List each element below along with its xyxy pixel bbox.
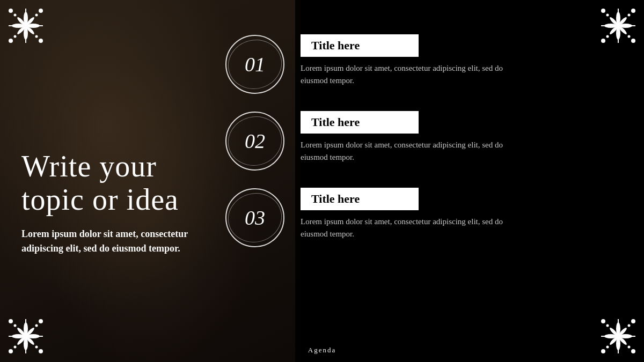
main-description: Lorem ipsum dolor sit amet, consectetur … — [21, 227, 225, 256]
circle-number-1: 01 — [225, 35, 284, 94]
item-row-2: 02 Title here Lorem ipsum dolor sit amet… — [225, 109, 633, 171]
svg-point-9 — [9, 9, 13, 13]
svg-point-14 — [35, 14, 38, 17]
svg-point-53 — [9, 349, 13, 353]
svg-point-79 — [628, 346, 631, 349]
item-text-2: Title here Lorem ipsum dolor sit amet, c… — [301, 109, 633, 163]
svg-point-16 — [35, 35, 38, 38]
corner-decoration-bottom-left — [4, 315, 47, 358]
svg-point-31 — [631, 9, 635, 13]
svg-point-56 — [35, 324, 38, 327]
item-title-1: Title here — [311, 39, 360, 52]
svg-point-75 — [631, 349, 635, 353]
item-row-3: 03 Title here Lorem ipsum dolor sit amet… — [225, 186, 633, 247]
corner-decoration-top-left — [4, 4, 47, 47]
svg-point-72 — [601, 319, 605, 323]
item-desc-1: Lorem ipsum dolor sit amet, consectetur … — [301, 62, 504, 86]
svg-point-77 — [628, 324, 631, 327]
item-row-1: 01 Title here Lorem ipsum dolor sit amet… — [225, 32, 633, 94]
svg-point-10 — [39, 9, 43, 13]
svg-point-51 — [9, 319, 13, 323]
svg-point-35 — [628, 14, 631, 17]
svg-point-57 — [14, 346, 17, 349]
item-title-3: Title here — [311, 192, 360, 205]
svg-point-12 — [39, 39, 43, 43]
number-3: 03 — [245, 206, 265, 230]
svg-point-58 — [35, 346, 38, 349]
item-title-2: Title here — [311, 115, 360, 129]
svg-point-36 — [606, 35, 609, 38]
number-1: 01 — [245, 53, 265, 76]
svg-point-73 — [631, 319, 635, 323]
svg-point-33 — [631, 39, 635, 43]
corner-decoration-bottom-right — [597, 315, 640, 358]
circle-number-3: 03 — [225, 188, 284, 247]
svg-point-13 — [14, 14, 17, 17]
footer-label: Agenda — [308, 346, 336, 354]
svg-point-37 — [628, 35, 631, 38]
svg-point-55 — [14, 324, 17, 327]
svg-point-76 — [606, 324, 609, 327]
items-container: 01 Title here Lorem ipsum dolor sit amet… — [225, 32, 633, 262]
svg-point-78 — [606, 346, 609, 349]
item-desc-3: Lorem ipsum dolor sit amet, consectetur … — [301, 216, 504, 240]
title-box-1: Title here — [301, 34, 419, 57]
number-2: 02 — [245, 129, 265, 153]
corner-decoration-top-right — [597, 4, 640, 47]
title-box-3: Title here — [301, 188, 419, 210]
svg-point-32 — [601, 39, 605, 43]
left-content: Write your topic or idea Lorem ipsum dol… — [21, 150, 225, 256]
title-box-2: Title here — [301, 111, 419, 134]
svg-point-11 — [9, 39, 13, 43]
item-text-3: Title here Lorem ipsum dolor sit amet, c… — [301, 186, 633, 240]
circle-number-2: 02 — [225, 112, 284, 171]
slide: Write your topic or idea Lorem ipsum dol… — [0, 0, 644, 362]
svg-point-30 — [601, 9, 605, 13]
main-title: Write your topic or idea — [21, 150, 225, 216]
svg-point-52 — [39, 319, 43, 323]
footer: Agenda — [308, 345, 336, 354]
svg-point-34 — [606, 14, 609, 17]
svg-point-74 — [601, 349, 605, 353]
svg-point-54 — [39, 349, 43, 353]
item-desc-2: Lorem ipsum dolor sit amet, consectetur … — [301, 139, 504, 163]
item-text-1: Title here Lorem ipsum dolor sit amet, c… — [301, 32, 633, 86]
svg-point-15 — [14, 35, 17, 38]
